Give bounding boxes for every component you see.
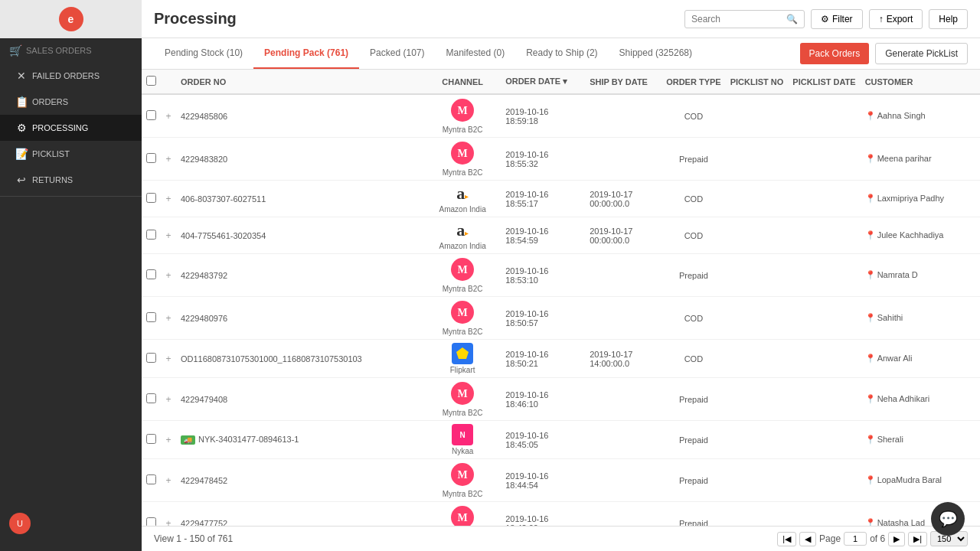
table-row: + 4229483820 M Myntra B2C 2019-10-16 18:… [142, 138, 980, 181]
row-checkbox-3[interactable] [142, 217, 161, 254]
order-type-3: COD [662, 217, 726, 254]
order-type-6: COD [662, 340, 726, 378]
row-checkbox-9[interactable] [142, 459, 161, 502]
picklist-no-7 [726, 378, 789, 421]
tab-manifested[interactable]: Manifested (0) [435, 38, 515, 69]
table-row: + 4229480976 M Myntra B2C 2019-10-16 18:… [142, 297, 980, 340]
select-all-checkbox[interactable] [146, 76, 156, 86]
order-type-4: Prepaid [662, 254, 726, 297]
search-icon[interactable]: 🔍 [786, 14, 798, 24]
picklist-date-6 [788, 340, 860, 378]
last-page-button[interactable]: ▶| [908, 532, 927, 546]
row-checkbox-1[interactable] [142, 138, 161, 181]
picklist-no-9 [726, 459, 789, 502]
ship-by-date-4 [585, 254, 662, 297]
search-input[interactable] [691, 14, 783, 24]
sidebar-item-failed-orders[interactable]: ✕ FAILED ORDERS [0, 63, 142, 89]
picklist-no-1 [726, 138, 789, 181]
export-label: Export [887, 14, 913, 24]
row-checkbox-0[interactable] [142, 94, 161, 138]
picklist-date-5 [788, 297, 860, 340]
row-expand-3[interactable]: + [161, 217, 176, 254]
picklist-date-2 [788, 181, 860, 217]
order-number-5: 4229480976 [176, 297, 424, 340]
order-number-4: 4229483792 [176, 254, 424, 297]
row-checkbox-7[interactable] [142, 378, 161, 421]
pack-orders-button[interactable]: Pack Orders [800, 43, 870, 64]
order-type-10: Prepaid [662, 502, 726, 527]
picklist-date-8 [788, 421, 860, 459]
order-date-1: 2019-10-16 18:55:32 [501, 138, 585, 181]
tab-ready-to-ship[interactable]: Ready to Ship (2) [515, 38, 608, 69]
row-expand-8[interactable]: + [161, 421, 176, 459]
next-page-button[interactable]: ▶ [888, 532, 905, 546]
ship-by-date-7 [585, 378, 662, 421]
tabs-left: Pending Stock (10) Pending Pack (761) Pa… [154, 38, 703, 69]
row-checkbox-5[interactable] [142, 297, 161, 340]
row-expand-4[interactable]: + [161, 254, 176, 297]
order-type-7: Prepaid [662, 378, 726, 421]
col-order-date[interactable]: ORDER DATE ▾ [501, 70, 585, 94]
ship-by-date-2: 2019-10-17 00:00:00.0 [585, 181, 662, 217]
row-checkbox-4[interactable] [142, 254, 161, 297]
row-expand-2[interactable]: + [161, 181, 176, 217]
sidebar-item-sales-orders[interactable]: 🛒 SALES ORDERS [0, 38, 142, 63]
row-expand-9[interactable]: + [161, 459, 176, 502]
order-type-5: COD [662, 297, 726, 340]
chat-bubble[interactable]: 💬 [931, 502, 965, 536]
order-number-2: 406-8037307-6027511 [176, 181, 424, 217]
first-page-button[interactable]: |◀ [777, 532, 796, 546]
svg-text:M: M [458, 264, 468, 276]
customer-7: 📍Neha Adhikari [861, 378, 980, 421]
col-order-type: ORDER TYPE [662, 70, 726, 94]
picklist-no-4 [726, 254, 789, 297]
col-customer: CUSTOMER [861, 70, 980, 94]
row-expand-5[interactable]: + [161, 297, 176, 340]
sidebar-item-processing[interactable]: ⚙ PROCESSING [0, 115, 142, 141]
header-actions: 🔍 ⚙ Filter ↑ Export Help [684, 9, 968, 29]
user-avatar[interactable]: U [9, 513, 31, 534]
row-checkbox-8[interactable] [142, 421, 161, 459]
row-expand-6[interactable]: + [161, 340, 176, 378]
col-order-no: ORDER NO [176, 70, 424, 94]
ship-by-date-6: 2019-10-17 14:00:00.0 [585, 340, 662, 378]
row-checkbox-2[interactable] [142, 181, 161, 217]
generate-picklist-button[interactable]: Generate PickList [875, 43, 968, 64]
row-expand-10[interactable]: + [161, 502, 176, 527]
table-row: + OD116808731075301000_11680873107530103… [142, 340, 980, 378]
table-row: + 4229483792 M Myntra B2C 2019-10-16 18:… [142, 254, 980, 297]
sidebar-item-picklist[interactable]: 📝 PICKLIST [0, 141, 142, 167]
tab-shipped[interactable]: Shipped (325268) [609, 38, 703, 69]
channel-0: M Myntra B2C [424, 94, 501, 138]
sidebar-item-returns[interactable]: ↩ RETURNS [0, 167, 142, 193]
row-expand-1[interactable]: + [161, 138, 176, 181]
row-expand-7[interactable]: + [161, 378, 176, 421]
filter-button[interactable]: ⚙ Filter [811, 9, 863, 29]
table-row: + 406-8037307-6027511 a▸ Amazon India 20… [142, 181, 980, 217]
table-row: + 4229478452 M Myntra B2C 2019-10-16 18:… [142, 459, 980, 502]
order-date-8: 2019-10-16 18:45:05 [501, 421, 585, 459]
export-button[interactable]: ↑ Export [869, 9, 923, 29]
order-type-9: Prepaid [662, 459, 726, 502]
returns-icon: ↩ [15, 174, 28, 186]
picklist-no-5 [726, 297, 789, 340]
prev-page-button[interactable]: ◀ [799, 532, 816, 546]
tab-pending-pack[interactable]: Pending Pack (761) [253, 38, 359, 69]
order-date-10: 2019-10-16 18:43:00 [501, 502, 585, 527]
channel-10: M Myntra B2C [424, 502, 501, 527]
sidebar-item-orders[interactable]: 📋 ORDERS [0, 89, 142, 115]
page-number-input[interactable] [844, 532, 867, 546]
view-range-label: View 1 - 150 of 761 [154, 533, 233, 544]
search-box[interactable]: 🔍 [684, 10, 805, 28]
help-button[interactable]: Help [929, 9, 968, 29]
row-checkbox-10[interactable] [142, 502, 161, 527]
picklist-date-10 [788, 502, 860, 527]
channel-7: M Myntra B2C [424, 378, 501, 421]
ship-by-date-9 [585, 459, 662, 502]
tab-pending-stock[interactable]: Pending Stock (10) [154, 38, 253, 69]
row-expand-0[interactable]: + [161, 94, 176, 138]
row-checkbox-6[interactable] [142, 340, 161, 378]
table-row: + 4229479408 M Myntra B2C 2019-10-16 18:… [142, 378, 980, 421]
tab-packed[interactable]: Packed (107) [359, 38, 435, 69]
picklist-date-9 [788, 459, 860, 502]
